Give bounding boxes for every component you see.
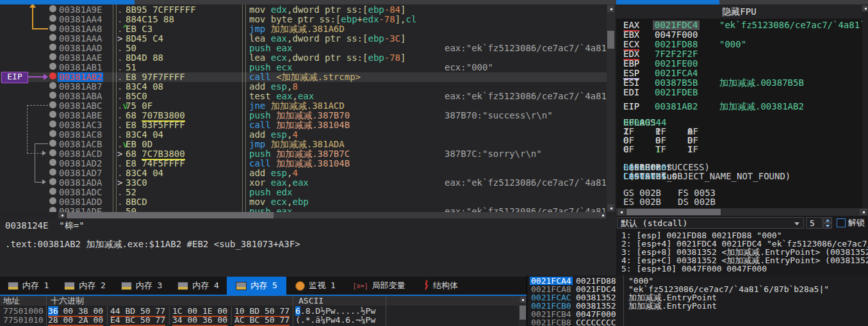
disasm-row[interactable]: 00381ABE.68 707B3800push 加加减减.387B70387B…: [0, 111, 607, 120]
register-value[interactable]: 00381AB2: [655, 102, 698, 111]
disasm-row[interactable]: 00381AD7.83C4 04add esp,4: [0, 168, 607, 178]
scrollbar-thumb[interactable]: [67, 212, 274, 218]
breakpoint-dot[interactable]: [49, 178, 56, 185]
tab-局部变量[interactable]: [x=]局部变量: [345, 277, 413, 295]
scroll-left-button[interactable]: [618, 209, 625, 215]
register-value[interactable]: 0021FE00: [655, 59, 698, 69]
scroll-left-button[interactable]: [58, 212, 65, 218]
disasm-row[interactable]: 00381AB2.E8 97F7FFFFcall <加加减减.strcmp>: [0, 72, 607, 82]
tab-内存-1[interactable]: 内存 1: [0, 277, 56, 295]
register-value[interactable]: 0047F000: [655, 30, 698, 40]
register-value[interactable]: 7F2F2F2F: [655, 49, 698, 59]
disasm-indicator: .: [117, 5, 122, 15]
scrollbar-thumb[interactable]: [607, 31, 614, 49]
breakpoint-dot[interactable]: [49, 82, 56, 89]
disasm-row[interactable]: 00381AAD.50push eaxeax:"ek`fz5123086/ce7…: [0, 44, 607, 53]
dump-selected-byte[interactable]: 36: [48, 306, 58, 316]
disasm-row[interactable]: 00381AB7.83C4 08add esp,8: [0, 82, 607, 92]
disasm-row[interactable]: 00381AC3.E8 83F5FFFFcall 加加减减.38104B: [0, 120, 607, 130]
breakpoint-dot[interactable]: [49, 130, 56, 137]
breakpoint-dot-active[interactable]: [49, 72, 56, 79]
tab-结构体[interactable]: 结构体: [413, 277, 468, 295]
flag-tf[interactable]: TF 1: [655, 145, 660, 154]
dump-selected-char[interactable]: 6: [295, 306, 300, 316]
disasm-row[interactable]: 00381AAA>8D45 C4lea eax,dword ptr ss:[eb…: [0, 34, 607, 44]
flag-if[interactable]: IF 1: [687, 145, 692, 154]
hide-fpu-button[interactable]: 隐藏FPU: [616, 4, 862, 19]
breakpoint-dot[interactable]: [49, 5, 56, 12]
disasm-row[interactable]: 00381AA4.884C15 88mov byte ptr ss:[ebp+e…: [0, 15, 607, 24]
arg-count-increment-button[interactable]: [823, 217, 832, 223]
tab-监视-1[interactable]: 监视 1: [286, 277, 345, 295]
breakpoint-dot[interactable]: [49, 101, 56, 108]
breakpoint-dot[interactable]: [49, 140, 56, 147]
tab-内存-2[interactable]: 内存 2: [56, 277, 113, 295]
breakpoint-dot[interactable]: [49, 188, 56, 195]
register-value[interactable]: 0021FD88: [655, 40, 698, 49]
stack-row[interactable]: 0021FCB8CCCCCCCC: [527, 318, 868, 326]
disassembly-vertical-scrollbar[interactable]: [607, 4, 615, 212]
breakpoint-dot[interactable]: [49, 159, 56, 166]
disasm-row[interactable]: 00381ADA>33C0xor eax,eaxeax:"ek`fz512308…: [0, 178, 607, 188]
dump-hex-group: E4 BC 50 77: [110, 316, 165, 326]
register-value[interactable]: 0021FCA4: [655, 69, 698, 78]
dump-row[interactable]: 7750101028 00 2A 00E4 BC 50 7734 00 36 0…: [0, 316, 527, 325]
flag-cf[interactable]: CF 0: [623, 145, 628, 154]
register-value[interactable]: 0021FDC4: [653, 20, 700, 30]
breakpoint-dot[interactable]: [49, 111, 56, 118]
disasm-row[interactable]: 00381ACB.vEB 0Djmp 加加减减.381ADA: [0, 140, 607, 149]
registers-vertical-scrollbar[interactable]: [862, 4, 868, 208]
breakpoint-dot[interactable]: [49, 207, 56, 212]
registers-horizontal-scrollbar[interactable]: [616, 208, 868, 216]
disasm-row[interactable]: 00381AB1.51push ecxecx:"000": [0, 63, 607, 72]
scroll-down-button[interactable]: [607, 204, 614, 211]
scroll-up-button[interactable]: [607, 5, 614, 12]
disasm-row[interactable]: 00381A9E.8B95 7CFFFFFFmov edx,dword ptr …: [0, 5, 607, 15]
disasm-row[interactable]: 00381AAE.8D4D 88lea ecx,dword ptr ss:[eb…: [0, 53, 607, 63]
register-value[interactable]: 00387B5B: [655, 78, 698, 88]
scroll-up-button[interactable]: [862, 5, 868, 12]
breakpoint-dot[interactable]: [49, 120, 56, 127]
breakpoint-dot[interactable]: [49, 24, 56, 31]
breakpoint-dot[interactable]: [49, 63, 56, 70]
disasm-row[interactable]: 00381AC8.83C4 04add esp,4: [0, 130, 607, 140]
arg-count-decrement-button[interactable]: [823, 223, 832, 229]
breakpoint-dot[interactable]: [49, 197, 56, 204]
disasm-row[interactable]: 00381AD2.E8 74F5FFFFcall 加加减减.38104B: [0, 159, 607, 168]
disasm-row[interactable]: 00381AA8.^EB C3jmp 加加减减.381A6D: [0, 24, 607, 34]
scrollbar-thumb[interactable]: [520, 306, 526, 320]
disasm-row[interactable]: 00381ACD>68 7C7B3800push 加加减减.387B7C387B…: [0, 149, 607, 159]
column-divider: [113, 4, 113, 212]
disasm-row[interactable]: 00381ABC.v75 0Fjne 加加减减.381ACD: [0, 101, 607, 111]
disasm-row[interactable]: 00381ADC.52push edx: [0, 188, 607, 197]
disasm-indicator: .: [117, 72, 122, 82]
disasm-indicator: .: [117, 197, 122, 207]
breakpoint-dot[interactable]: [49, 168, 56, 175]
tab-内存-4[interactable]: 内存 4: [170, 277, 227, 295]
scroll-right-button[interactable]: [599, 212, 606, 218]
breakpoint-dot[interactable]: [49, 53, 56, 60]
arg-count-field[interactable]: 5: [806, 217, 823, 229]
tab-内存-5[interactable]: 内存 5: [227, 277, 286, 295]
breakpoint-dot[interactable]: [49, 34, 56, 41]
dump-row[interactable]: 7750100036 00 38 0044 BD 50 771C 00 1E 0…: [0, 307, 527, 316]
calling-convention-dropdown[interactable]: 默认 (stdcall): [617, 217, 804, 229]
disasm-instruction: mov edx,dword ptr ss:[ebp-84]: [249, 5, 406, 15]
scroll-up-button[interactable]: [520, 297, 526, 303]
breakpoint-dot[interactable]: [49, 15, 56, 22]
disasm-row[interactable]: 00381ABA.85C0test eax,eaxeax:"ek`fz51230…: [0, 92, 607, 101]
arg-row[interactable]: 5: [esp+10] 0047F000 0047F000: [621, 265, 868, 273]
tab-内存-3[interactable]: 内存 3: [113, 277, 170, 295]
disasm-row[interactable]: 00381ADD.8BCDmov ecx,ebp: [0, 197, 607, 207]
breakpoint-dot[interactable]: [49, 92, 56, 99]
dump-vertical-scrollbar[interactable]: [519, 296, 527, 326]
disasm-row[interactable]: 00381ADE.50push eaxeax:"ek`fz5123086/ce7…: [0, 207, 607, 212]
disassembly-horizontal-scrollbar[interactable]: [0, 212, 607, 218]
scroll-right-button[interactable]: [860, 209, 867, 215]
lock-checkbox[interactable]: [837, 218, 846, 227]
breakpoint-dot[interactable]: [49, 44, 56, 51]
scrollbar-thumb[interactable]: [626, 209, 721, 215]
register-value[interactable]: 0021FDEB: [655, 88, 698, 97]
breakpoint-dot[interactable]: [49, 149, 56, 156]
disasm-comment: eax:"ek`fz5123086/ce7ac7/`4a81`6/87b`b28…: [445, 178, 607, 188]
